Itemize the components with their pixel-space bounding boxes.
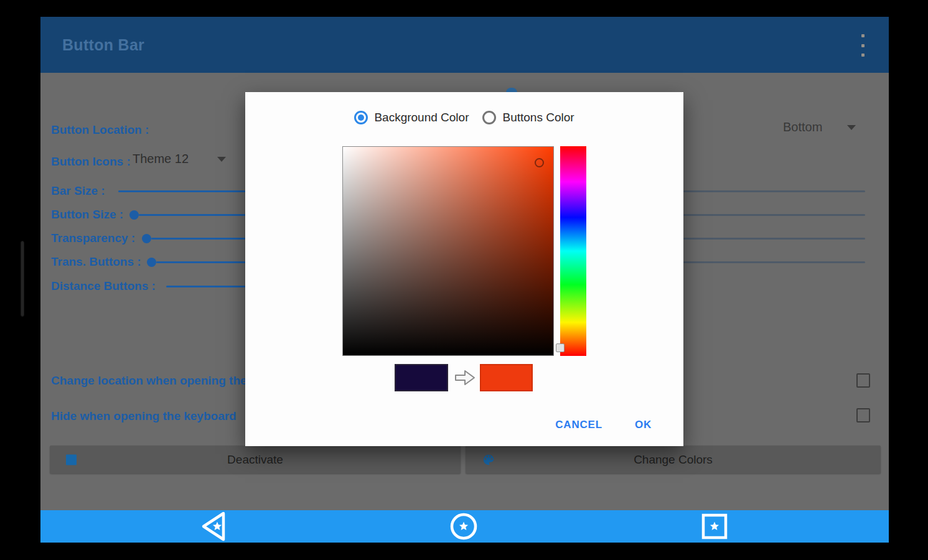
radio-unselected-icon bbox=[482, 111, 496, 124]
button-icons-value: Theme 12 bbox=[133, 152, 189, 166]
transparency-slider-track[interactable] bbox=[683, 238, 865, 240]
change-location-checkbox[interactable] bbox=[856, 373, 870, 388]
app-screen: Button Bar Button Location : Bottom Butt… bbox=[40, 17, 889, 543]
transparency-slider-thumb[interactable] bbox=[142, 234, 151, 243]
change-location-label: Change location when opening the bbox=[51, 373, 247, 389]
app-bar: Button Bar bbox=[40, 17, 889, 73]
stop-square-icon bbox=[66, 454, 77, 465]
palette-icon bbox=[482, 453, 495, 467]
change-colors-button[interactable]: Change Colors bbox=[466, 446, 881, 474]
dialog-actions: CANCEL OK bbox=[245, 413, 683, 437]
button-location-dropdown[interactable]: Bottom bbox=[783, 120, 856, 134]
distance-buttons-label: Distance Buttons : bbox=[51, 278, 156, 294]
trans-buttons-slider-track[interactable] bbox=[683, 261, 865, 263]
overlay-button-bar bbox=[40, 510, 889, 543]
saturation-value-picker[interactable] bbox=[342, 146, 554, 356]
back-triangle-star-icon[interactable] bbox=[197, 509, 232, 543]
trans-buttons-label: Trans. Buttons : bbox=[51, 254, 141, 270]
new-color-swatch bbox=[480, 364, 533, 391]
current-color-swatch bbox=[395, 364, 448, 391]
chevron-down-icon bbox=[847, 125, 856, 130]
chevron-down-icon bbox=[217, 157, 226, 162]
button-icons-label: Button Icons : bbox=[51, 154, 131, 170]
trans-buttons-slider[interactable] bbox=[156, 261, 245, 263]
buttons-color-radio[interactable]: Buttons Color bbox=[482, 111, 574, 124]
color-target-options: Background Color Buttons Color bbox=[245, 111, 683, 124]
radio-selected-icon bbox=[354, 111, 368, 124]
bar-size-slider[interactable] bbox=[118, 190, 245, 192]
hue-slider[interactable] bbox=[560, 146, 586, 356]
deactivate-button[interactable]: Deactivate bbox=[50, 446, 461, 474]
button-size-slider-thumb[interactable] bbox=[129, 210, 139, 220]
distance-buttons-slider[interactable] bbox=[166, 286, 245, 287]
cancel-button[interactable]: CANCEL bbox=[555, 419, 602, 431]
background-color-label: Background Color bbox=[374, 111, 469, 124]
hide-keyboard-label: Hide when opening the keyboard bbox=[51, 408, 237, 424]
button-size-slider[interactable] bbox=[139, 214, 245, 216]
overflow-menu-icon[interactable] bbox=[858, 33, 868, 58]
color-cursor-icon[interactable] bbox=[535, 158, 544, 167]
square-star-icon[interactable] bbox=[701, 513, 728, 540]
circle-star-icon[interactable] bbox=[449, 511, 479, 541]
hue-slider-thumb[interactable] bbox=[556, 343, 565, 352]
hide-keyboard-checkbox[interactable] bbox=[856, 408, 870, 422]
page-title: Button Bar bbox=[62, 17, 144, 73]
button-icons-dropdown[interactable]: Theme 12 bbox=[133, 152, 226, 166]
transparency-label: Transparency : bbox=[51, 230, 135, 246]
button-location-label: Button Location : bbox=[51, 122, 149, 138]
change-colors-button-label: Change Colors bbox=[634, 453, 713, 467]
trans-buttons-slider-thumb[interactable] bbox=[147, 258, 156, 267]
button-size-slider-track[interactable] bbox=[683, 214, 865, 216]
volume-button bbox=[21, 241, 24, 317]
button-location-value: Bottom bbox=[783, 120, 822, 134]
button-size-label: Button Size : bbox=[51, 207, 123, 223]
background-color-radio[interactable]: Background Color bbox=[354, 111, 469, 124]
deactivate-button-label: Deactivate bbox=[227, 453, 283, 467]
transparency-slider[interactable] bbox=[151, 238, 245, 240]
ok-button[interactable]: OK bbox=[635, 419, 652, 431]
tablet-frame: Button Bar Button Location : Bottom Butt… bbox=[0, 0, 928, 560]
bar-size-slider-track[interactable] bbox=[683, 190, 865, 192]
arrow-right-icon bbox=[453, 368, 477, 390]
color-picker-dialog: Background Color Buttons Color CA bbox=[245, 92, 683, 446]
bar-size-label: Bar Size : bbox=[51, 183, 105, 199]
buttons-color-label: Buttons Color bbox=[502, 111, 574, 124]
